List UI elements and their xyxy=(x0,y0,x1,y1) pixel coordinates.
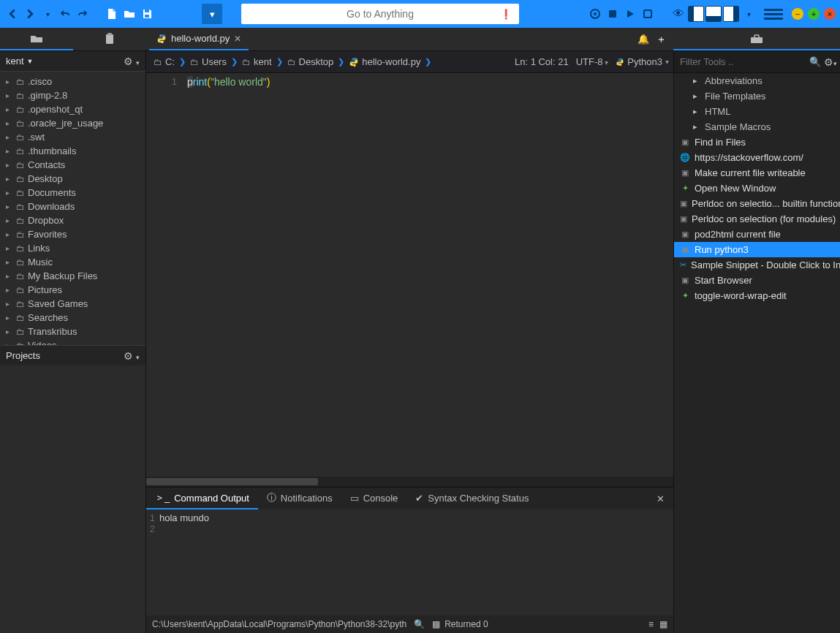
tree-folder[interactable]: ▸🗀Music xyxy=(0,255,145,269)
nav-forward-button[interactable] xyxy=(22,6,38,22)
search-icon[interactable]: 🔍 xyxy=(809,56,821,67)
nav-recent-dropdown[interactable]: ▾ xyxy=(39,6,56,22)
grid-view-icon[interactable]: ▦ xyxy=(659,619,667,629)
macro-record-button[interactable] xyxy=(587,6,603,22)
tree-folder[interactable]: ▸🗀Documents xyxy=(0,186,145,200)
left-tab-clipboard[interactable] xyxy=(73,28,146,50)
new-tab-button[interactable]: ＋ xyxy=(657,33,666,46)
right-tab-toolbox[interactable] xyxy=(673,28,840,50)
tree-folder[interactable]: ▸🗀.openshot_qt xyxy=(0,102,145,116)
tree-folder[interactable]: ▸🗀Pictures xyxy=(0,283,145,297)
tree-folder[interactable]: ▸🗀My Backup Files xyxy=(0,269,145,283)
tree-folder[interactable]: ▸🗀Downloads xyxy=(0,200,145,213)
focus-mode-button[interactable]: 👁 xyxy=(670,6,686,22)
editor[interactable]: 1 print("hello world") xyxy=(146,73,673,477)
tree-folder[interactable]: ▸🗀Links xyxy=(0,241,145,255)
tree-folder[interactable]: ▸🗀.cisco xyxy=(0,75,145,88)
python-icon xyxy=(156,34,167,44)
tools-group[interactable]: ▸Sample Macros xyxy=(674,119,840,134)
encoding-dropdown[interactable]: UTF-8 xyxy=(576,56,609,67)
breadcrumb-item[interactable]: 🗀Desktop xyxy=(284,56,337,67)
search-icon[interactable]: 🔍 xyxy=(414,619,425,629)
stop-icon[interactable]: ▩ xyxy=(432,619,440,629)
window-maximize[interactable]: + xyxy=(808,8,820,20)
tools-settings-button[interactable]: ⚙▾ xyxy=(824,56,837,68)
tree-folder[interactable]: ▸🗀Videos xyxy=(0,338,145,345)
toggle-right-pane[interactable] xyxy=(723,6,739,22)
save-button[interactable] xyxy=(139,6,155,22)
command-output-body[interactable]: 12 hola mundo xyxy=(146,509,673,615)
bottom-tab-notifications[interactable]: ⓘNotifications xyxy=(258,488,341,509)
list-view-icon[interactable]: ≡ xyxy=(648,619,654,629)
info-icon: ⓘ xyxy=(267,491,276,504)
tools-item[interactable]: ▣Perldoc on selection (for modules) xyxy=(674,211,840,227)
open-file-button[interactable] xyxy=(121,6,137,22)
tools-item[interactable]: 🌐https://stackoverflow.com/ xyxy=(674,150,840,165)
tools-group[interactable]: ▸File Templates xyxy=(674,88,840,104)
breadcrumb-item[interactable]: 🗀kent xyxy=(239,56,275,67)
language-dropdown[interactable]: Python3 xyxy=(616,56,669,67)
goto-anything-field[interactable]: ❗ xyxy=(241,4,519,24)
breadcrumb-item[interactable]: 🗀Users xyxy=(187,56,230,67)
tools-item[interactable]: ✦toggle-word-wrap-edit xyxy=(674,288,840,303)
goto-anything-input[interactable] xyxy=(249,8,512,20)
document-tab[interactable]: hello-world.py ✕ xyxy=(149,28,249,50)
toggle-left-pane[interactable] xyxy=(688,6,704,22)
tools-item[interactable]: ▣Find in Files xyxy=(674,134,840,150)
tree-folder[interactable]: ▸🗀Contacts xyxy=(0,158,145,172)
toggle-bottom-pane[interactable] xyxy=(705,6,722,22)
bottom-tab-syntax[interactable]: ✔Syntax Checking Status xyxy=(406,488,537,509)
document-tab-close[interactable]: ✕ xyxy=(234,34,241,44)
editor-hscrollbar[interactable] xyxy=(146,477,673,487)
tree-folder[interactable]: ▸🗀Transkribus xyxy=(0,325,145,338)
bottom-panel: ＞_Command Output ⓘNotifications ▭Console… xyxy=(146,487,673,633)
return-status: Returned 0 xyxy=(444,619,488,629)
window-minimize[interactable]: – xyxy=(792,8,803,20)
nav-back-button[interactable] xyxy=(4,6,20,22)
tools-group[interactable]: ▸HTML xyxy=(674,104,840,119)
python-icon xyxy=(349,57,359,67)
bottom-tab-console[interactable]: ▭Console xyxy=(341,488,407,509)
projects-settings-button[interactable]: ⚙ ▾ xyxy=(124,350,140,362)
window-close[interactable]: × xyxy=(824,8,836,20)
pane-dropdown[interactable]: ▾ xyxy=(741,6,757,22)
file-tree[interactable]: ▸🗀.cisco▸🗀.gimp-2.8▸🗀.openshot_qt▸🗀.orac… xyxy=(0,72,145,345)
breadcrumb-file[interactable]: hello-world.py xyxy=(346,56,423,67)
tree-folder[interactable]: ▸🗀.thumbnails xyxy=(0,144,145,158)
toolbar-more-dropdown[interactable]: ▾ xyxy=(202,4,222,24)
tools-item[interactable]: ▣Make current file writeable xyxy=(674,165,840,181)
macro-save-button[interactable] xyxy=(640,6,656,22)
editor-content[interactable]: print("hello world") xyxy=(183,73,673,477)
tools-filter-input[interactable] xyxy=(677,56,806,67)
bottom-panel-close[interactable]: ✕ xyxy=(648,488,673,509)
tree-folder[interactable]: ▸🗀Dropbox xyxy=(0,213,145,227)
undo-button[interactable] xyxy=(57,6,73,22)
tree-folder[interactable]: ▸🗀.swt xyxy=(0,130,145,144)
new-file-button[interactable] xyxy=(104,6,120,22)
macro-stop-button[interactable] xyxy=(605,6,621,22)
tree-folder[interactable]: ▸🗀Saved Games xyxy=(0,297,145,311)
places-user-dropdown[interactable]: kent ▼ xyxy=(6,56,34,67)
tools-item[interactable]: ✦Open New Window xyxy=(674,181,840,196)
bottom-tab-command-output[interactable]: ＞_Command Output xyxy=(146,488,258,509)
tree-folder[interactable]: ▸🗀Searches xyxy=(0,311,145,325)
tools-item[interactable]: ✂Sample Snippet - Double Click to Insert xyxy=(674,257,840,273)
redo-button[interactable] xyxy=(75,6,91,22)
left-tab-places[interactable] xyxy=(0,28,73,50)
menu-button[interactable] xyxy=(764,6,783,22)
tools-item[interactable]: ▣Start Browser xyxy=(674,273,840,288)
places-settings-button[interactable]: ⚙ ▾ xyxy=(124,56,140,67)
svg-point-7 xyxy=(162,41,163,42)
tools-item[interactable]: ▣Perldoc on selectio... builtin function… xyxy=(674,196,840,211)
tree-folder[interactable]: ▸🗀Favorites xyxy=(0,227,145,241)
tools-group[interactable]: ▸Abbreviations xyxy=(674,73,840,88)
tree-folder[interactable]: ▸🗀.gimp-2.8 xyxy=(0,88,145,102)
tools-item[interactable]: ▣Run python3 xyxy=(674,242,840,257)
breadcrumb-root[interactable]: 🗀C: xyxy=(151,56,178,67)
macro-play-button[interactable] xyxy=(622,6,638,22)
tree-folder[interactable]: ▸🗀.oracle_jre_usage xyxy=(0,116,145,130)
projects-header[interactable]: Projects ⚙ ▾ xyxy=(0,345,145,365)
tree-folder[interactable]: ▸🗀Desktop xyxy=(0,172,145,186)
tools-item[interactable]: ▣pod2html current file xyxy=(674,227,840,242)
notifications-icon[interactable]: 🔔 xyxy=(637,34,649,45)
